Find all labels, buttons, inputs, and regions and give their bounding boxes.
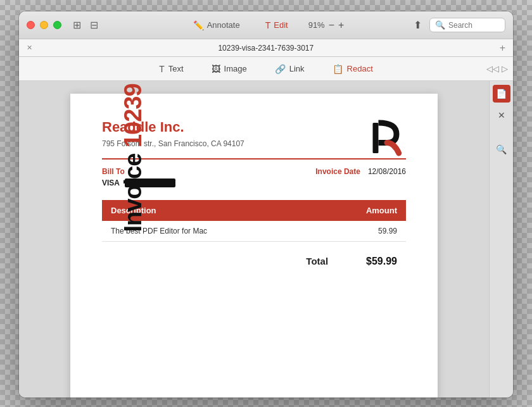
pdf-page: Invoice 10239 Readdle Inc. 795 Folsom st… (70, 94, 438, 398)
nav-arrows: ◁◁ ▷ (486, 64, 513, 73)
text-icon: T (159, 64, 165, 74)
image-tool[interactable]: 🖼 Image (206, 61, 252, 77)
image-tool-label: Image (224, 64, 247, 73)
invoice-rotated-text: Invoice 10239 (120, 84, 147, 232)
right-sidebar: 📄 ✕ 🔍 (489, 81, 513, 398)
invoice-table: Description Amount The best PDF Editor f… (102, 200, 406, 242)
invoice-word: Invoice (120, 154, 146, 232)
nav-forward-icon[interactable]: ▷ (502, 64, 508, 73)
search-box: 🔍 (429, 18, 505, 32)
svg-rect-0 (373, 123, 379, 153)
zoom-value: 91% (308, 20, 325, 30)
invoice-date-section: Invoice Date 12/08/2016 (315, 167, 406, 176)
edit-label: Edit (274, 20, 288, 30)
edit-icon: T (265, 20, 271, 30)
total-value: $59.99 (366, 256, 397, 267)
total-label: Total (306, 256, 328, 267)
readdle-logo (368, 119, 406, 157)
sidebar-search-icon[interactable]: 🔍 (493, 141, 510, 158)
link-tool[interactable]: 🔗 Link (270, 61, 310, 77)
minimize-button[interactable] (40, 21, 48, 29)
table-header-row: Description Amount (102, 200, 406, 221)
main-window: ⊞ ⊟ ✏️ Annotate T Edit 91% − + ⬆ 🔍 (19, 11, 513, 398)
redact-tool-label: Redact (347, 64, 373, 73)
total-row: Total $59.99 (102, 247, 406, 267)
divider-line (102, 158, 406, 160)
annotate-label: Annotate (207, 20, 240, 30)
traffic-lights (27, 21, 61, 29)
col-amount-header: Amount (315, 200, 406, 221)
edit-button[interactable]: T Edit (260, 18, 293, 33)
search-input[interactable] (448, 21, 505, 30)
tab-add-button[interactable]: + (500, 42, 505, 54)
content-area: Invoice 10239 Readdle Inc. 795 Folsom st… (19, 81, 513, 398)
image-icon: 🖼 (212, 64, 220, 74)
visa-label: VISA (102, 178, 120, 187)
zoom-minus-button[interactable]: − (329, 20, 334, 31)
table-row: The best PDF Editor for Mac 59.99 (102, 221, 406, 242)
search-icon: 🔍 (435, 20, 445, 30)
share-button[interactable]: ⬆ (414, 19, 422, 31)
row-amount: 59.99 (315, 221, 406, 242)
invoice-date-label: Invoice Date (315, 167, 360, 176)
tabbar: ✕ 10239-visa-2341-7639-3017 + (19, 39, 513, 57)
redact-icon: 📋 (332, 64, 343, 74)
text-tool-label: Text (168, 64, 184, 73)
maximize-button[interactable] (53, 21, 61, 29)
zoom-plus-button[interactable]: + (338, 20, 344, 31)
pencil-icon: ✏️ (193, 20, 204, 30)
sidebar-toggle-icon[interactable]: ⊞ (73, 19, 81, 31)
link-icon: 🔗 (275, 64, 286, 74)
sidebar-document-icon[interactable]: 📄 (493, 85, 510, 103)
text-tool[interactable]: T Text (154, 61, 188, 77)
invoice-date-value: 12/08/2016 (368, 167, 406, 176)
sidebar-close-icon[interactable]: ✕ (493, 106, 510, 124)
zoom-control: 91% − + (308, 20, 345, 31)
link-tool-label: Link (289, 64, 305, 73)
titlebar-icon-group: ⊞ ⊟ (73, 19, 98, 31)
redact-tool[interactable]: 📋 Redact (327, 61, 378, 77)
billing-row: Bill To VISA Invoice Date 12/08/2016 (102, 167, 406, 187)
grid-view-icon[interactable]: ⊟ (90, 19, 98, 31)
pdf-toolbar: T Text 🖼 Image 🔗 Link 📋 Redact ◁◁ ▷ (19, 57, 513, 81)
titlebar: ⊞ ⊟ ✏️ Annotate T Edit 91% − + ⬆ 🔍 (19, 11, 513, 39)
pdf-viewer: Invoice 10239 Readdle Inc. 795 Folsom st… (19, 81, 489, 398)
titlebar-center: ✏️ Annotate T Edit 91% − + (188, 18, 345, 33)
nav-back-icon[interactable]: ◁◁ (486, 64, 499, 73)
company-name: Readdle Inc. (102, 119, 406, 135)
company-address: 795 Folsom str., San Francisco, CA 94107 (102, 139, 406, 148)
close-button[interactable] (27, 21, 35, 29)
titlebar-right: ⬆ 🔍 (414, 18, 505, 32)
tab-title: 10239-visa-2341-7639-3017 (37, 44, 495, 53)
tab-close-button[interactable]: ✕ (27, 44, 32, 52)
logo-container (368, 119, 406, 160)
annotate-button[interactable]: ✏️ Annotate (188, 18, 245, 33)
invoice-number: 10239 (120, 84, 146, 147)
